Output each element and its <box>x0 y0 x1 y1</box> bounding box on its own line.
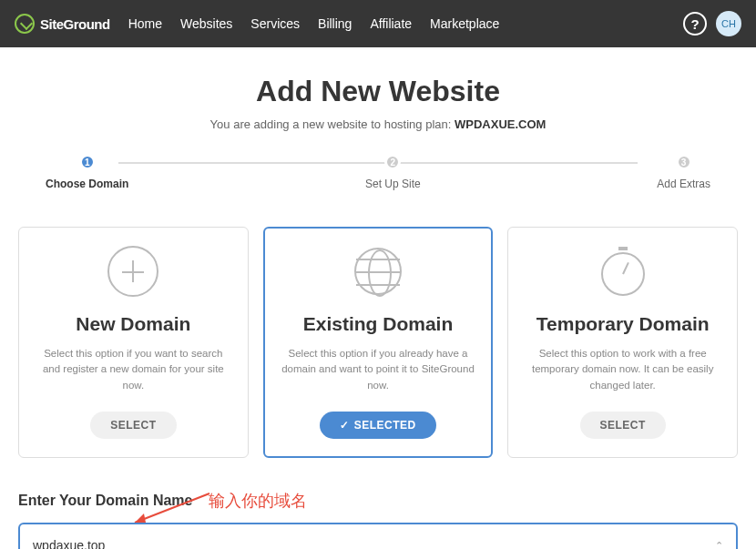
globe-icon <box>352 246 404 297</box>
card-description: Select this option to work with a free t… <box>525 346 720 393</box>
select-temporary-domain-button[interactable]: SELECT <box>580 412 666 439</box>
step-label: Set Up Site <box>365 178 421 190</box>
svg-marker-1 <box>135 513 146 523</box>
domain-option-cards: New Domain Select this option if you wan… <box>18 227 738 458</box>
nav-websites[interactable]: Websites <box>180 16 232 31</box>
user-avatar[interactable]: CH <box>716 11 741 36</box>
main-content: Add New Website You are adding a new web… <box>0 47 756 549</box>
step-set-up-site: 2 Set Up Site <box>365 154 421 190</box>
button-label: SELECTED <box>354 419 416 432</box>
topbar-right: ? CH <box>683 11 741 36</box>
logo[interactable]: SiteGround <box>15 14 110 34</box>
page-title: Add New Website <box>18 75 738 108</box>
page-subtitle: You are adding a new website to hosting … <box>18 117 738 131</box>
stepper: 1 Choose Domain 2 Set Up Site 3 Add Extr… <box>46 154 710 190</box>
domain-label-text: Enter Your Domain Name <box>18 493 192 509</box>
card-description: Select this option if you want to search… <box>36 346 231 393</box>
select-new-domain-button[interactable]: SELECT <box>90 412 176 439</box>
logo-text: SiteGround <box>40 16 110 32</box>
card-new-domain[interactable]: New Domain Select this option if you wan… <box>18 227 249 458</box>
card-title: New Domain <box>36 313 231 335</box>
subtitle-plan-name: WPDAXUE.COM <box>455 117 546 131</box>
card-title: Temporary Domain <box>525 313 720 335</box>
card-title: Existing Domain <box>281 313 476 335</box>
step-label: Add Extras <box>657 178 710 190</box>
check-icon: ✓ <box>340 419 350 432</box>
subtitle-prefix: You are adding a new website to hosting … <box>210 117 455 131</box>
step-choose-domain: 1 Choose Domain <box>46 154 128 190</box>
annotation-text: 输入你的域名 <box>209 490 307 512</box>
card-description: Select this option if you already have a… <box>281 346 476 393</box>
nav-billing[interactable]: Billing <box>318 16 352 31</box>
step-number: 2 <box>384 154 401 170</box>
help-button[interactable]: ? <box>683 12 707 36</box>
chevron-up-icon[interactable]: ⌃ <box>715 539 723 549</box>
stopwatch-icon <box>598 246 649 297</box>
domain-input-container[interactable]: ⌃ <box>18 523 738 549</box>
step-label: Choose Domain <box>46 178 128 190</box>
step-add-extras: 3 Add Extras <box>657 154 710 190</box>
nav-marketplace[interactable]: Marketplace <box>430 16 499 31</box>
selected-existing-domain-button[interactable]: ✓SELECTED <box>320 412 436 439</box>
step-number: 3 <box>676 154 692 170</box>
nav-services[interactable]: Services <box>250 16 300 31</box>
nav-home[interactable]: Home <box>128 16 162 31</box>
domain-section-label: Enter Your Domain Name 输入你的域名 <box>18 490 738 512</box>
nav-affiliate[interactable]: Affiliate <box>370 16 412 31</box>
logo-icon <box>15 14 35 34</box>
top-nav-bar: SiteGround Home Websites Services Billin… <box>0 0 756 47</box>
main-nav: Home Websites Services Billing Affiliate… <box>128 16 500 31</box>
domain-name-input[interactable] <box>33 538 700 549</box>
card-temporary-domain[interactable]: Temporary Domain Select this option to w… <box>507 227 738 458</box>
card-existing-domain[interactable]: Existing Domain Select this option if yo… <box>263 227 494 458</box>
step-number: 1 <box>79 154 96 170</box>
plus-circle-icon <box>107 246 158 297</box>
